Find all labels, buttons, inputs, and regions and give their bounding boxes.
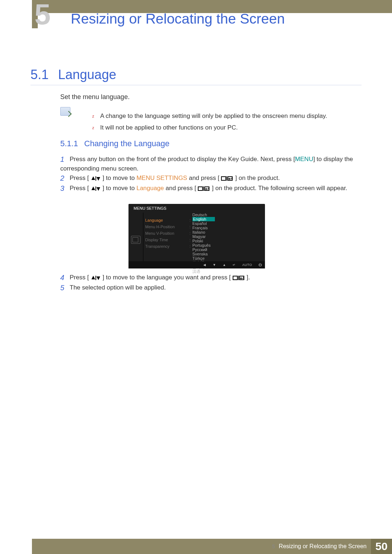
osd-item: Display Time <box>145 237 175 243</box>
section-number: 5.1 <box>30 67 49 82</box>
osd-lang: Deutsch <box>192 213 215 217</box>
osd-lang: Magyar <box>192 234 215 239</box>
up-down-icon <box>91 176 101 181</box>
step-3: 3 Press [ ] to move to Language and pres… <box>60 184 359 193</box>
menu-path: Language <box>136 185 164 192</box>
nav-auto: AUTO <box>242 263 252 267</box>
step-text: ] on the product. The following screen w… <box>212 185 347 192</box>
osd-colons: : : : : : <box>189 217 192 250</box>
step-4: 4 Press [ ] to move to the language you … <box>60 273 359 282</box>
svg-rect-5 <box>228 177 232 180</box>
step-text: The selected option will be applied. <box>70 284 166 291</box>
section-rule <box>30 85 362 85</box>
svg-rect-16 <box>95 276 96 280</box>
osd-item: Menu V-Position <box>145 230 175 237</box>
nav-back-icon: ◀ <box>203 263 206 267</box>
svg-marker-7 <box>91 186 95 190</box>
svg-rect-12 <box>205 187 209 190</box>
step-text: and press [ <box>187 175 220 181</box>
nav-power-icon: ⏻ <box>258 263 262 267</box>
chapter-title: Resizing or Relocating the Screen <box>71 11 285 27</box>
svg-marker-6 <box>228 178 230 180</box>
footer-bar: 5 Resizing or Relocating the Screen 50 <box>32 539 392 554</box>
svg-marker-13 <box>205 188 207 190</box>
source-enter-icon <box>198 186 210 192</box>
step-text: ] to move to <box>102 185 136 192</box>
section-intro: Set the menu language. <box>60 93 130 101</box>
osd-item-language: Language <box>145 217 175 223</box>
note-icon <box>60 107 70 116</box>
osd-lang: Polski <box>192 239 215 243</box>
section-title: Language <box>58 67 116 82</box>
osd-lang: Türkçe <box>192 256 215 260</box>
osd-lang: Русский <box>192 247 215 252</box>
step-text: ]. <box>246 274 250 281</box>
osd-lang: Español <box>192 221 215 226</box>
svg-rect-2 <box>95 176 96 181</box>
step-number: 2 <box>60 173 64 184</box>
svg-marker-14 <box>91 276 95 279</box>
svg-rect-10 <box>198 187 203 190</box>
osd-screenshot: MENU SETTINGS Language Menu H-Position M… <box>128 204 265 268</box>
step-number: 5 <box>60 282 64 293</box>
up-down-icon <box>91 186 101 192</box>
osd-nav-bar: ◀ ▼ ▲ ↵ AUTO ⏻ <box>128 261 265 268</box>
footer-page-number: 50 <box>371 539 392 554</box>
osd-lang: Français <box>192 226 215 230</box>
svg-rect-19 <box>240 276 244 280</box>
step-text: Press [ <box>70 185 89 192</box>
svg-marker-8 <box>97 187 100 191</box>
step-text: Press [ <box>70 274 89 281</box>
step-number: 3 <box>60 183 64 194</box>
svg-rect-11 <box>203 186 204 191</box>
footer-chapter-title: Resizing or Relocating the Screen <box>279 543 367 549</box>
osd-title: MENU SETTINGS <box>134 206 166 210</box>
step-text: and press [ <box>164 185 196 192</box>
menu-path: MENU SETTINGS <box>136 175 187 181</box>
osd-lang-selected: English <box>192 217 215 221</box>
osd-lang: Italiano <box>192 230 215 234</box>
chapter-number: 5 <box>34 0 51 31</box>
svg-marker-20 <box>240 277 241 279</box>
osd-menu-items: Language Menu H-Position Menu V-Position… <box>145 217 175 250</box>
osd-sidebar <box>128 213 143 261</box>
note-item: It will not be applied to other function… <box>92 124 327 131</box>
osd-lang: Svenska <box>192 252 215 256</box>
note-item: A change to the language setting will on… <box>92 112 327 120</box>
step-text: ] on the product. <box>235 175 280 181</box>
osd-lang: Português <box>192 243 215 247</box>
up-down-icon <box>91 275 101 281</box>
svg-rect-3 <box>221 177 226 180</box>
step-5: 5 The selected option will be applied. <box>60 283 359 292</box>
subsection-title: Changing the Language <box>84 139 170 148</box>
nav-enter-icon: ↵ <box>233 263 236 267</box>
svg-marker-0 <box>91 176 95 180</box>
step-number: 4 <box>60 272 64 283</box>
step-2: 2 Press [ ] to move to MENU SETTINGS and… <box>60 173 359 183</box>
svg-marker-1 <box>97 177 100 181</box>
note-list: A change to the language setting will on… <box>78 112 327 136</box>
settings-icon <box>131 236 140 244</box>
source-enter-icon <box>233 275 245 281</box>
svg-rect-18 <box>238 276 239 280</box>
nav-down-icon: ▼ <box>213 263 216 267</box>
step-text: Press any button on the front of the pro… <box>70 156 295 163</box>
osd-item: Transparency <box>145 243 175 250</box>
menu-key: MENU <box>295 156 313 163</box>
source-enter-icon <box>221 176 233 181</box>
step-1: 1 Press any button on the front of the p… <box>60 155 359 173</box>
svg-rect-4 <box>226 176 227 181</box>
svg-marker-15 <box>97 276 100 280</box>
step-text: ] to move to the language you want and p… <box>102 274 230 281</box>
subsection-number: 5.1.1 <box>60 139 78 148</box>
footer-chapter-number: 5 <box>272 543 275 549</box>
step-text: ] to move to <box>102 175 136 181</box>
step-text: Press [ <box>70 175 89 181</box>
step-number: 1 <box>60 154 64 165</box>
nav-up-icon: ▲ <box>222 263 226 267</box>
svg-rect-17 <box>233 276 237 280</box>
osd-item: Menu H-Position <box>145 223 175 230</box>
svg-rect-9 <box>95 186 96 191</box>
